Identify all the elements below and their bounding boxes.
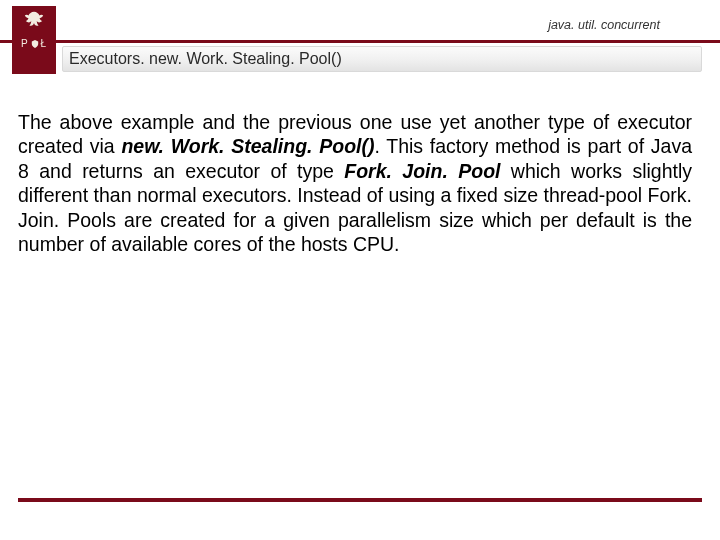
- body-paragraph: The above example and the previous one u…: [18, 110, 692, 256]
- eagle-icon: [22, 10, 46, 32]
- slide-title: Executors. new. Work. Stealing. Pool(): [69, 50, 342, 68]
- header: java. util. concurrent P Ł Executors. ne…: [0, 0, 720, 78]
- university-logo: P Ł: [12, 6, 56, 74]
- shield-icon: [31, 40, 39, 48]
- method-name: new. Work. Stealing. Pool(): [121, 135, 374, 157]
- logo-letter-left: P: [21, 38, 29, 49]
- class-name: Fork. Join. Pool: [344, 160, 500, 182]
- top-divider: [0, 40, 720, 43]
- bottom-divider: [18, 498, 702, 502]
- title-bar: Executors. new. Work. Stealing. Pool(): [62, 46, 702, 72]
- logo-letter-right: Ł: [41, 38, 48, 49]
- logo-letters: P Ł: [21, 38, 47, 49]
- package-label: java. util. concurrent: [548, 18, 660, 32]
- slide: java. util. concurrent P Ł Executors. ne…: [0, 0, 720, 540]
